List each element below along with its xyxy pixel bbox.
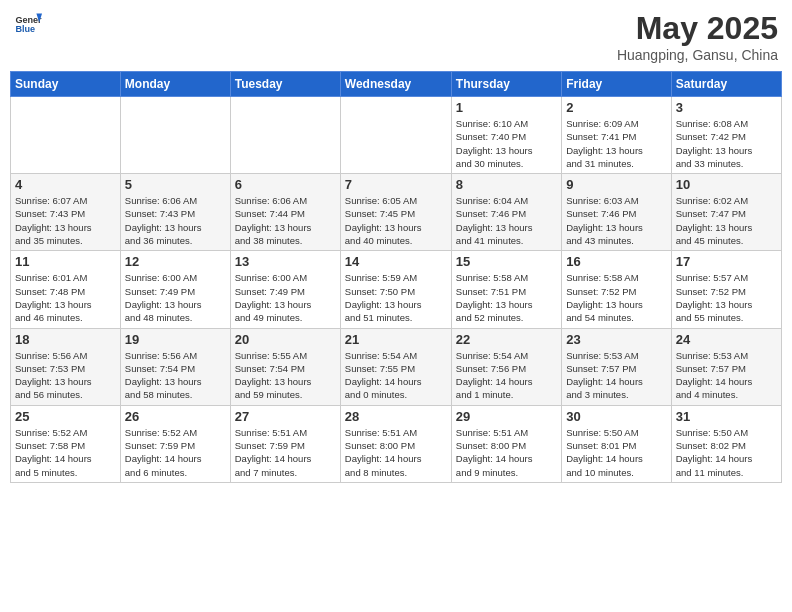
day-info: Sunrise: 5:54 AM Sunset: 7:55 PM Dayligh… <box>345 349 447 402</box>
day-info: Sunrise: 5:50 AM Sunset: 8:01 PM Dayligh… <box>566 426 666 479</box>
day-number: 21 <box>345 332 447 347</box>
day-cell: 5Sunrise: 6:06 AM Sunset: 7:43 PM Daylig… <box>120 174 230 251</box>
day-info: Sunrise: 5:58 AM Sunset: 7:52 PM Dayligh… <box>566 271 666 324</box>
day-cell: 19Sunrise: 5:56 AM Sunset: 7:54 PM Dayli… <box>120 328 230 405</box>
day-number: 14 <box>345 254 447 269</box>
day-number: 29 <box>456 409 557 424</box>
day-number: 28 <box>345 409 447 424</box>
day-info: Sunrise: 6:00 AM Sunset: 7:49 PM Dayligh… <box>125 271 226 324</box>
day-cell: 2Sunrise: 6:09 AM Sunset: 7:41 PM Daylig… <box>562 97 671 174</box>
day-number: 20 <box>235 332 336 347</box>
day-cell: 11Sunrise: 6:01 AM Sunset: 7:48 PM Dayli… <box>11 251 121 328</box>
day-number: 24 <box>676 332 777 347</box>
day-number: 27 <box>235 409 336 424</box>
day-number: 13 <box>235 254 336 269</box>
day-number: 5 <box>125 177 226 192</box>
day-info: Sunrise: 6:02 AM Sunset: 7:47 PM Dayligh… <box>676 194 777 247</box>
day-info: Sunrise: 5:53 AM Sunset: 7:57 PM Dayligh… <box>676 349 777 402</box>
day-info: Sunrise: 6:06 AM Sunset: 7:43 PM Dayligh… <box>125 194 226 247</box>
day-number: 31 <box>676 409 777 424</box>
day-cell: 4Sunrise: 6:07 AM Sunset: 7:43 PM Daylig… <box>11 174 121 251</box>
day-cell: 14Sunrise: 5:59 AM Sunset: 7:50 PM Dayli… <box>340 251 451 328</box>
day-cell: 15Sunrise: 5:58 AM Sunset: 7:51 PM Dayli… <box>451 251 561 328</box>
day-number: 11 <box>15 254 116 269</box>
day-number: 3 <box>676 100 777 115</box>
day-cell: 30Sunrise: 5:50 AM Sunset: 8:01 PM Dayli… <box>562 405 671 482</box>
page-title: May 2025 <box>617 10 778 47</box>
week-row-5: 25Sunrise: 5:52 AM Sunset: 7:58 PM Dayli… <box>11 405 782 482</box>
day-cell: 25Sunrise: 5:52 AM Sunset: 7:58 PM Dayli… <box>11 405 121 482</box>
day-cell <box>340 97 451 174</box>
day-cell: 28Sunrise: 5:51 AM Sunset: 8:00 PM Dayli… <box>340 405 451 482</box>
week-row-3: 11Sunrise: 6:01 AM Sunset: 7:48 PM Dayli… <box>11 251 782 328</box>
day-info: Sunrise: 6:00 AM Sunset: 7:49 PM Dayligh… <box>235 271 336 324</box>
day-number: 17 <box>676 254 777 269</box>
day-info: Sunrise: 6:03 AM Sunset: 7:46 PM Dayligh… <box>566 194 666 247</box>
day-cell: 24Sunrise: 5:53 AM Sunset: 7:57 PM Dayli… <box>671 328 781 405</box>
day-number: 18 <box>15 332 116 347</box>
day-number: 22 <box>456 332 557 347</box>
day-number: 1 <box>456 100 557 115</box>
day-info: Sunrise: 6:05 AM Sunset: 7:45 PM Dayligh… <box>345 194 447 247</box>
day-cell: 18Sunrise: 5:56 AM Sunset: 7:53 PM Dayli… <box>11 328 121 405</box>
day-number: 8 <box>456 177 557 192</box>
day-cell: 29Sunrise: 5:51 AM Sunset: 8:00 PM Dayli… <box>451 405 561 482</box>
day-info: Sunrise: 6:06 AM Sunset: 7:44 PM Dayligh… <box>235 194 336 247</box>
day-info: Sunrise: 5:52 AM Sunset: 7:59 PM Dayligh… <box>125 426 226 479</box>
day-cell: 9Sunrise: 6:03 AM Sunset: 7:46 PM Daylig… <box>562 174 671 251</box>
day-info: Sunrise: 5:51 AM Sunset: 8:00 PM Dayligh… <box>345 426 447 479</box>
day-number: 2 <box>566 100 666 115</box>
week-row-1: 1Sunrise: 6:10 AM Sunset: 7:40 PM Daylig… <box>11 97 782 174</box>
day-cell: 23Sunrise: 5:53 AM Sunset: 7:57 PM Dayli… <box>562 328 671 405</box>
day-number: 30 <box>566 409 666 424</box>
day-info: Sunrise: 5:50 AM Sunset: 8:02 PM Dayligh… <box>676 426 777 479</box>
day-cell: 12Sunrise: 6:00 AM Sunset: 7:49 PM Dayli… <box>120 251 230 328</box>
title-block: May 2025 Huangping, Gansu, China <box>617 10 778 63</box>
weekday-header-friday: Friday <box>562 72 671 97</box>
day-info: Sunrise: 5:52 AM Sunset: 7:58 PM Dayligh… <box>15 426 116 479</box>
day-cell: 3Sunrise: 6:08 AM Sunset: 7:42 PM Daylig… <box>671 97 781 174</box>
day-cell: 31Sunrise: 5:50 AM Sunset: 8:02 PM Dayli… <box>671 405 781 482</box>
weekday-header-monday: Monday <box>120 72 230 97</box>
day-cell: 7Sunrise: 6:05 AM Sunset: 7:45 PM Daylig… <box>340 174 451 251</box>
day-cell: 13Sunrise: 6:00 AM Sunset: 7:49 PM Dayli… <box>230 251 340 328</box>
day-cell: 17Sunrise: 5:57 AM Sunset: 7:52 PM Dayli… <box>671 251 781 328</box>
logo: General Blue <box>14 10 42 38</box>
week-row-2: 4Sunrise: 6:07 AM Sunset: 7:43 PM Daylig… <box>11 174 782 251</box>
day-number: 7 <box>345 177 447 192</box>
day-info: Sunrise: 5:58 AM Sunset: 7:51 PM Dayligh… <box>456 271 557 324</box>
weekday-header-row: SundayMondayTuesdayWednesdayThursdayFrid… <box>11 72 782 97</box>
calendar-table: SundayMondayTuesdayWednesdayThursdayFrid… <box>10 71 782 483</box>
day-info: Sunrise: 5:53 AM Sunset: 7:57 PM Dayligh… <box>566 349 666 402</box>
day-cell: 21Sunrise: 5:54 AM Sunset: 7:55 PM Dayli… <box>340 328 451 405</box>
day-cell: 6Sunrise: 6:06 AM Sunset: 7:44 PM Daylig… <box>230 174 340 251</box>
week-row-4: 18Sunrise: 5:56 AM Sunset: 7:53 PM Dayli… <box>11 328 782 405</box>
day-number: 15 <box>456 254 557 269</box>
day-info: Sunrise: 5:54 AM Sunset: 7:56 PM Dayligh… <box>456 349 557 402</box>
day-info: Sunrise: 5:51 AM Sunset: 8:00 PM Dayligh… <box>456 426 557 479</box>
day-number: 10 <box>676 177 777 192</box>
day-info: Sunrise: 6:07 AM Sunset: 7:43 PM Dayligh… <box>15 194 116 247</box>
day-info: Sunrise: 5:56 AM Sunset: 7:53 PM Dayligh… <box>15 349 116 402</box>
day-cell: 16Sunrise: 5:58 AM Sunset: 7:52 PM Dayli… <box>562 251 671 328</box>
day-number: 9 <box>566 177 666 192</box>
day-number: 23 <box>566 332 666 347</box>
weekday-header-thursday: Thursday <box>451 72 561 97</box>
day-info: Sunrise: 6:10 AM Sunset: 7:40 PM Dayligh… <box>456 117 557 170</box>
weekday-header-tuesday: Tuesday <box>230 72 340 97</box>
day-info: Sunrise: 5:57 AM Sunset: 7:52 PM Dayligh… <box>676 271 777 324</box>
day-cell: 8Sunrise: 6:04 AM Sunset: 7:46 PM Daylig… <box>451 174 561 251</box>
weekday-header-saturday: Saturday <box>671 72 781 97</box>
day-number: 12 <box>125 254 226 269</box>
day-number: 4 <box>15 177 116 192</box>
day-info: Sunrise: 6:04 AM Sunset: 7:46 PM Dayligh… <box>456 194 557 247</box>
day-cell: 22Sunrise: 5:54 AM Sunset: 7:56 PM Dayli… <box>451 328 561 405</box>
page-header: General Blue May 2025 Huangping, Gansu, … <box>10 10 782 63</box>
day-cell <box>11 97 121 174</box>
day-info: Sunrise: 6:08 AM Sunset: 7:42 PM Dayligh… <box>676 117 777 170</box>
day-info: Sunrise: 5:55 AM Sunset: 7:54 PM Dayligh… <box>235 349 336 402</box>
day-info: Sunrise: 5:56 AM Sunset: 7:54 PM Dayligh… <box>125 349 226 402</box>
logo-icon: General Blue <box>14 10 42 38</box>
weekday-header-sunday: Sunday <box>11 72 121 97</box>
day-cell: 26Sunrise: 5:52 AM Sunset: 7:59 PM Dayli… <box>120 405 230 482</box>
